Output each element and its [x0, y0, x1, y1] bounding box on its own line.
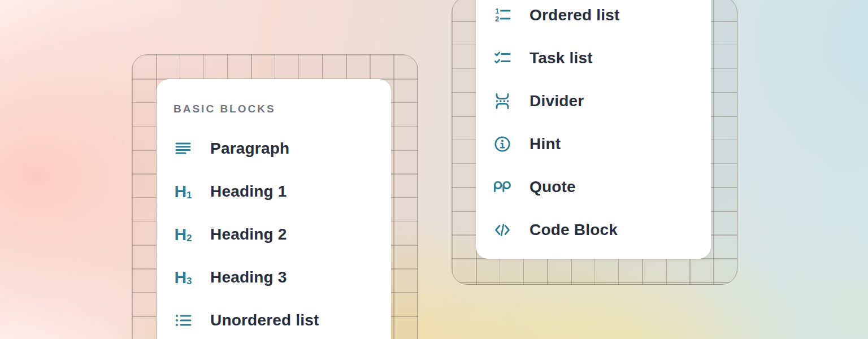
- divider-icon: [493, 92, 512, 111]
- hint-icon: [493, 134, 512, 154]
- menu-item-label: Paragraph: [210, 140, 289, 158]
- menu-item-quote[interactable]: Quote: [476, 166, 711, 208]
- basic-blocks-panel: BASIC BLOCKS Paragraph H1 Heading 1 H2 H…: [157, 79, 391, 339]
- menu-list-left: Paragraph H1 Heading 1 H2 Heading 2 H3 H…: [157, 127, 391, 339]
- menu-item-label: Quote: [530, 178, 576, 196]
- menu-item-hint[interactable]: Hint: [476, 123, 711, 166]
- menu-item-label: Code Block: [530, 221, 618, 239]
- unordered-list-icon: [173, 311, 193, 330]
- blocks-panel-right: 1 2 Ordered list Task list: [476, 0, 711, 259]
- heading-1-icon: H1: [173, 182, 193, 201]
- menu-item-label: Divider: [530, 92, 584, 110]
- menu-item-unordered-list[interactable]: Unordered list: [157, 299, 391, 339]
- menu-item-label: Unordered list: [210, 311, 319, 329]
- paragraph-icon: [173, 139, 193, 158]
- menu-list-right: 1 2 Ordered list Task list: [476, 0, 711, 251]
- menu-item-label: Heading 3: [210, 268, 287, 286]
- menu-item-heading-1[interactable]: H1 Heading 1: [157, 170, 391, 213]
- menu-item-divider[interactable]: Divider: [476, 80, 711, 123]
- heading-3-icon: H3: [173, 268, 193, 287]
- menu-item-label: Heading 1: [210, 182, 287, 201]
- heading-2-icon: H2: [173, 225, 193, 244]
- menu-item-label: Ordered list: [530, 6, 620, 24]
- ordered-list-icon: 1 2: [493, 6, 512, 25]
- menu-item-label: Task list: [530, 49, 593, 67]
- svg-text:2: 2: [495, 15, 499, 23]
- menu-item-heading-2[interactable]: H2 Heading 2: [157, 213, 391, 256]
- menu-item-ordered-list[interactable]: 1 2 Ordered list: [476, 0, 711, 37]
- panel-header: BASIC BLOCKS: [173, 102, 391, 116]
- menu-item-heading-3[interactable]: H3 Heading 3: [157, 256, 391, 299]
- menu-item-label: Hint: [530, 135, 561, 153]
- svg-text:1: 1: [495, 7, 499, 15]
- code-block-icon: [493, 220, 512, 240]
- menu-item-task-list[interactable]: Task list: [476, 37, 711, 80]
- menu-item-label: Heading 2: [210, 225, 287, 244]
- menu-item-code-block[interactable]: Code Block: [476, 208, 711, 251]
- task-list-icon: [493, 49, 512, 68]
- menu-item-paragraph[interactable]: Paragraph: [157, 127, 391, 170]
- quote-icon: [493, 177, 512, 197]
